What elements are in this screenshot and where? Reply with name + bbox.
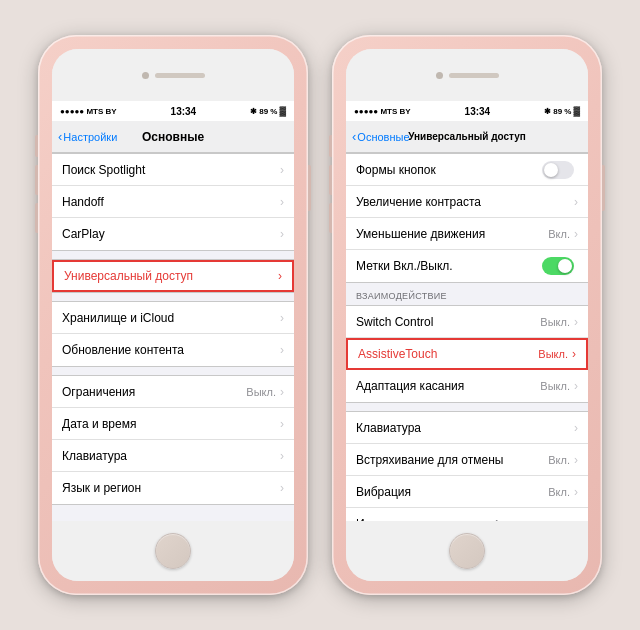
- phone1-title: Основные: [142, 130, 204, 144]
- row-shake-undo[interactable]: Встряхивание для отмены Вкл. ›: [346, 444, 588, 476]
- row-switch-control-value: Выкл.: [540, 316, 570, 328]
- phone1-settings-content: Поиск Spotlight › Handoff › CarPlay ›: [52, 153, 294, 521]
- phone2-home-area: [346, 521, 588, 581]
- phone1-section1: Поиск Spotlight › Handoff › CarPlay ›: [52, 153, 294, 251]
- phone1-home-button[interactable]: [155, 533, 191, 569]
- camera-dot: [142, 72, 149, 79]
- row-restrictions-label: Ограничения: [62, 385, 246, 399]
- battery-icon: ▓: [279, 106, 286, 116]
- row-button-shapes[interactable]: Формы кнопок: [346, 154, 588, 186]
- phone2-settings-content: Формы кнопок Увеличение контраста › Умен…: [346, 153, 588, 521]
- row-keyboard2-chevron: ›: [574, 421, 578, 435]
- row-datetime-label: Дата и время: [62, 417, 280, 431]
- row-vibration[interactable]: Вибрация Вкл. ›: [346, 476, 588, 508]
- row-button-shapes-label: Формы кнопок: [356, 163, 542, 177]
- status-right: ✱ 89 % ▓: [250, 106, 286, 116]
- row-on-off-label: Метки Вкл./Выкл.: [356, 259, 542, 273]
- row-keyboard2-label: Клавиатура: [356, 421, 574, 435]
- row-restrictions-value: Выкл.: [246, 386, 276, 398]
- row-reduce-motion-chevron: ›: [574, 227, 578, 241]
- row-update-chevron: ›: [280, 343, 284, 357]
- row-sound-source[interactable]: Источник звука Автоматически ›: [346, 508, 588, 521]
- row-language[interactable]: Язык и регион ›: [52, 472, 294, 504]
- row-storage[interactable]: Хранилище и iCloud ›: [52, 302, 294, 334]
- phone2-battery-text: 89 %: [553, 107, 571, 116]
- row-storage-chevron: ›: [280, 311, 284, 325]
- row-universal-label: Универсальный доступ: [64, 269, 278, 283]
- row-storage-label: Хранилище и iCloud: [62, 311, 280, 325]
- row-update-label: Обновление контента: [62, 343, 280, 357]
- row-switch-control[interactable]: Switch Control Выкл. ›: [346, 306, 588, 338]
- row-language-label: Язык и регион: [62, 481, 280, 495]
- row-keyboard[interactable]: Клавиатура ›: [52, 440, 294, 472]
- phone-2: ●●●●● MTS BY 13:34 ✱ 89 % ▓ ‹ Основные: [332, 35, 602, 595]
- phone2-battery-icon: ▓: [573, 106, 580, 116]
- row-language-chevron: ›: [280, 481, 284, 495]
- time-text: 13:34: [171, 106, 197, 117]
- row-shake-undo-value: Вкл.: [548, 454, 570, 466]
- phone1-nav-bar: ‹ Настройки Основные: [52, 121, 294, 153]
- phone2-time: 13:34: [465, 106, 491, 117]
- phone1-section4: Ограничения Выкл. › Дата и время › Клави…: [52, 375, 294, 505]
- row-contrast[interactable]: Увеличение контраста ›: [346, 186, 588, 218]
- row-switch-control-chevron: ›: [574, 315, 578, 329]
- phone1-section2: Универсальный доступ ›: [52, 259, 294, 293]
- phone1-home-area: [52, 521, 294, 581]
- section2-header: ВЗАИМОДЕЙСТВИЕ: [346, 291, 588, 305]
- row-touch-adapt[interactable]: Адаптация касания Выкл. ›: [346, 370, 588, 402]
- row-contrast-label: Увеличение контраста: [356, 195, 574, 209]
- phone2-section1: Формы кнопок Увеличение контраста › Умен…: [346, 153, 588, 283]
- status-left: ●●●●● MTS BY: [60, 107, 117, 116]
- row-spotlight-chevron: ›: [280, 163, 284, 177]
- phone-1: ●●●●● MTS BY 13:34 ✱ 89 % ▓ ‹ Настройки: [38, 35, 308, 595]
- row-switch-control-label: Switch Control: [356, 315, 540, 329]
- toggle-on-off-labels[interactable]: [542, 257, 574, 275]
- row-reduce-motion[interactable]: Уменьшение движения Вкл. ›: [346, 218, 588, 250]
- row-handoff[interactable]: Handoff ›: [52, 186, 294, 218]
- row-carplay[interactable]: CarPlay ›: [52, 218, 294, 250]
- row-keyboard-label: Клавиатура: [62, 449, 280, 463]
- phone2-top: [346, 49, 588, 101]
- phone1-status-bar: ●●●●● MTS BY 13:34 ✱ 89 % ▓: [52, 101, 294, 121]
- row-spotlight[interactable]: Поиск Spotlight ›: [52, 154, 294, 186]
- row-datetime[interactable]: Дата и время ›: [52, 408, 294, 440]
- row-on-off-labels[interactable]: Метки Вкл./Выкл.: [346, 250, 588, 282]
- phone2-section2: Switch Control Выкл. › AssistiveTouch Вы…: [346, 305, 588, 403]
- row-update[interactable]: Обновление контента ›: [52, 334, 294, 366]
- row-carplay-chevron: ›: [280, 227, 284, 241]
- row-universal-chevron: ›: [278, 269, 282, 283]
- row-vibration-value: Вкл.: [548, 486, 570, 498]
- phone1-back-button[interactable]: ‹ Настройки: [58, 129, 117, 144]
- row-handoff-label: Handoff: [62, 195, 280, 209]
- phone2-home-button[interactable]: [449, 533, 485, 569]
- phone2-speaker-grill: [449, 73, 499, 78]
- row-carplay-label: CarPlay: [62, 227, 280, 241]
- phone2-nav-bar: ‹ Основные Универсальный доступ: [346, 121, 588, 153]
- row-keyboard-chevron: ›: [280, 449, 284, 463]
- phone2-back-chevron-icon: ‹: [352, 129, 356, 144]
- phone2-carrier: ●●●●● MTS BY: [354, 107, 411, 116]
- toggle-button-shapes[interactable]: [542, 161, 574, 179]
- row-assistive-touch-value: Выкл.: [538, 348, 568, 360]
- toggle-on-off-thumb: [558, 259, 572, 273]
- phone2-camera-dot: [436, 72, 443, 79]
- row-restrictions[interactable]: Ограничения Выкл. ›: [52, 376, 294, 408]
- phone2-back-button[interactable]: ‹ Основные: [352, 129, 410, 144]
- phone2-screen: ●●●●● MTS BY 13:34 ✱ 89 % ▓ ‹ Основные: [346, 101, 588, 521]
- row-universal-access[interactable]: Универсальный доступ ›: [52, 260, 294, 292]
- row-touch-adapt-chevron: ›: [574, 379, 578, 393]
- phone2-section3: Клавиатура › Встряхивание для отмены Вкл…: [346, 411, 588, 521]
- row-keyboard2[interactable]: Клавиатура ›: [346, 412, 588, 444]
- phone1-screen: ●●●●● MTS BY 13:34 ✱ 89 % ▓ ‹ Настройки: [52, 101, 294, 521]
- row-touch-adapt-label: Адаптация касания: [356, 379, 540, 393]
- back-label: Настройки: [63, 131, 117, 143]
- phone2-status-left: ●●●●● MTS BY: [354, 107, 411, 116]
- row-datetime-chevron: ›: [280, 417, 284, 431]
- row-assistive-touch-label: AssistiveTouch: [358, 347, 538, 361]
- row-assistive-touch[interactable]: AssistiveTouch Выкл. ›: [346, 338, 588, 370]
- phone2-bluetooth-icon: ✱: [544, 107, 551, 116]
- row-reduce-motion-value: Вкл.: [548, 228, 570, 240]
- speaker-grill: [155, 73, 205, 78]
- bluetooth-icon: ✱: [250, 107, 257, 116]
- row-spotlight-label: Поиск Spotlight: [62, 163, 280, 177]
